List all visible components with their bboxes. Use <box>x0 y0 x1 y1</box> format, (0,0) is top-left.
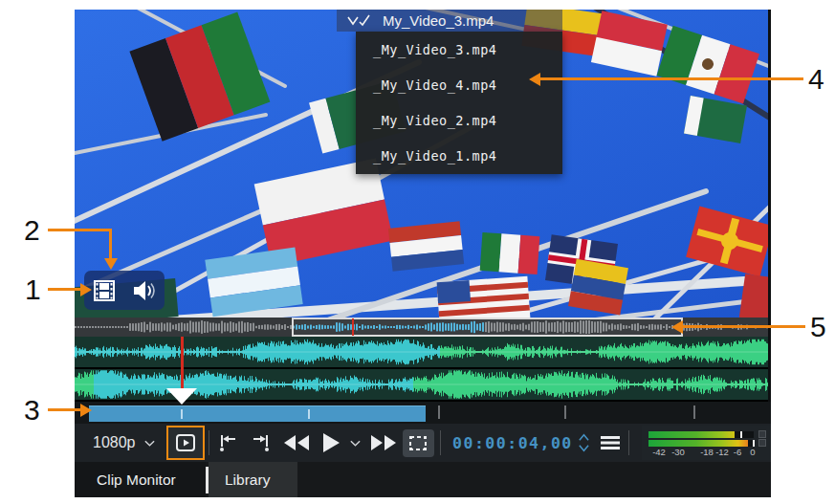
page: My_Video_3.mp4 _My_Video_3.mp4 _My_Video… <box>0 0 835 504</box>
chevron-down-check-icon <box>346 13 373 29</box>
db-label: -12 <box>715 447 729 457</box>
playhead-line[interactable] <box>181 337 184 390</box>
mark-in-button[interactable] <box>216 432 237 453</box>
navigator-selection-box[interactable] <box>292 318 683 337</box>
dropdown-item[interactable]: _My_Video_3.mp4 <box>356 32 562 67</box>
timeline-navigator[interactable] <box>75 318 768 338</box>
callout-2-line <box>48 229 112 231</box>
tab-library-label: Library <box>225 471 270 489</box>
monitor-menu-button[interactable] <box>601 436 620 449</box>
play-options-chevron-icon[interactable] <box>349 438 362 448</box>
clip-monitor-window: My_Video_3.mp4 _My_Video_3.mp4 _My_Video… <box>75 10 771 497</box>
callout-1: 1 <box>25 274 41 306</box>
preview-play-icon <box>175 433 196 452</box>
callout-5-line <box>683 325 805 328</box>
menu-icon <box>601 436 620 449</box>
audio-toggle-button[interactable] <box>130 276 159 305</box>
audio-waveform-1 <box>75 337 768 367</box>
scrubber-tick <box>181 409 183 419</box>
callout-4: 4 <box>808 63 824 96</box>
divider <box>440 430 441 455</box>
db-label: -6 <box>734 447 741 457</box>
meter-peak-right <box>753 440 755 447</box>
tab-clip-monitor-label: Clip Monitor <box>97 471 176 489</box>
audio-track-1[interactable] <box>75 337 768 369</box>
divider <box>628 430 629 455</box>
play-button[interactable] <box>319 432 342 453</box>
callout-3: 3 <box>24 394 40 427</box>
scrubber-tick <box>564 405 566 419</box>
rewind-icon <box>283 434 310 451</box>
scrubber-tick <box>438 405 440 419</box>
meter-fill-left <box>648 431 735 438</box>
callout-1-arrowhead <box>80 283 92 296</box>
callout-4-line <box>540 77 803 80</box>
resolution-chevron-down-icon[interactable] <box>143 438 156 448</box>
monitor-tabbar: Clip Monitor Library <box>75 462 771 497</box>
scrubber-row <box>75 402 771 424</box>
callout-2-arrowhead <box>104 258 118 270</box>
meter-peak-left <box>740 431 742 438</box>
speaker-icon <box>132 280 157 301</box>
rewind-button[interactable] <box>283 434 310 451</box>
db-label: 0 <box>750 447 755 457</box>
preview-play-button[interactable] <box>166 426 204 460</box>
filmstrip-icon <box>93 280 116 301</box>
callout-5: 5 <box>810 311 826 343</box>
selected-video-label: My_Video_3.mp4 <box>383 12 494 29</box>
callout-3-line <box>48 408 80 411</box>
playhead-handle[interactable] <box>166 388 197 405</box>
play-icon <box>321 432 341 453</box>
scrubber-tick <box>693 405 695 419</box>
mark-out-icon <box>251 432 272 453</box>
tab-clip-monitor[interactable]: Clip Monitor <box>75 462 206 497</box>
clip-indicator <box>758 430 766 438</box>
mark-in-icon <box>217 432 238 453</box>
fast-forward-icon <box>370 434 397 451</box>
callout-3-arrowhead <box>80 404 92 417</box>
av-toggle-panel <box>84 271 165 310</box>
meter-fill-right <box>648 440 748 447</box>
divider <box>209 430 209 455</box>
scrubber-tick <box>308 409 310 419</box>
callout-1-line <box>48 288 80 291</box>
video-preview: My_Video_3.mp4 _My_Video_3.mp4 _My_Video… <box>75 10 768 318</box>
audio-level-meter: -42 -30 -18 -12 -6 0 <box>642 426 771 460</box>
transport-bar: 1080p <box>75 424 771 462</box>
db-label: -30 <box>671 447 685 457</box>
video-file-selector[interactable]: My_Video_3.mp4 <box>337 10 562 32</box>
tab-library[interactable]: Library <box>209 462 297 497</box>
callout-5-arrowhead <box>671 320 683 334</box>
callout-2: 2 <box>24 214 40 247</box>
mark-out-button[interactable] <box>251 432 272 453</box>
callout-4-arrowhead <box>529 73 540 86</box>
fast-forward-button[interactable] <box>370 434 397 451</box>
dropdown-item[interactable]: _My_Video_2.mp4 <box>356 102 562 138</box>
timecode-display[interactable]: 00:00:04,00 <box>452 434 573 452</box>
video-toggle-button[interactable] <box>90 276 119 305</box>
clip-indicator <box>758 439 766 447</box>
meter-track-left <box>648 431 754 438</box>
meter-track-right <box>648 440 754 447</box>
navigator-playhead <box>352 318 354 336</box>
db-label: -18 <box>700 447 714 457</box>
db-label: -42 <box>652 447 666 457</box>
scrubber-bar[interactable] <box>89 405 426 422</box>
video-file-dropdown: _My_Video_3.mp4 _My_Video_4.mp4 _My_Vide… <box>356 32 562 174</box>
resolution-selector[interactable]: 1080p <box>93 434 136 451</box>
dropdown-item[interactable]: _My_Video_1.mp4 <box>356 138 562 173</box>
callout-2-line-vertical <box>109 229 112 258</box>
marquee-zoom-button[interactable] <box>403 429 434 457</box>
timecode-spinner-icon[interactable] <box>578 431 590 454</box>
marquee-icon <box>408 435 428 451</box>
